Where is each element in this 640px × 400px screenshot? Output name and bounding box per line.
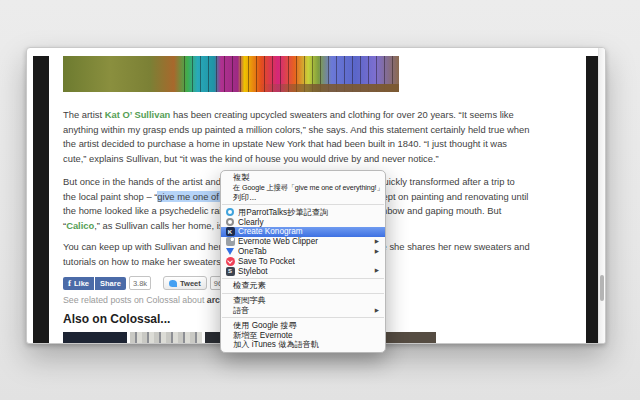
- submenu-arrow-icon: ▶: [375, 249, 379, 255]
- p3-l2-pre: tutorials on how to make her sweaters. (…: [63, 256, 244, 267]
- twitter-bird-icon: [169, 280, 177, 287]
- menu-item-add-to-evernote[interactable]: 新增至 Evernote: [221, 330, 385, 340]
- menu-item-search-with-google[interactable]: 使用 Google 搜尋: [221, 320, 385, 330]
- menu-separator: [222, 317, 384, 318]
- tweet-label: Tweet: [180, 279, 201, 288]
- evernote-icon: [225, 237, 235, 246]
- p1-line4: cute,” explains Sullivan, but “it was th…: [63, 152, 555, 167]
- menu-separator: [222, 278, 384, 279]
- menu-item-clearly[interactable]: Clearly: [221, 217, 385, 227]
- like-label: Like: [74, 279, 89, 288]
- facebook-like-button[interactable]: fLike: [63, 277, 94, 290]
- menu-item-evernote-web-clipper[interactable]: Evernote Web Clipper▶: [221, 237, 385, 247]
- p2-l2-pre: the local paint shop – “: [63, 191, 157, 202]
- submenu-arrow-icon: ▶: [375, 308, 379, 314]
- p1-l1-pre: The artist: [63, 109, 105, 120]
- article-hero-image: [63, 56, 399, 92]
- submenu-arrow-icon: ▶: [375, 268, 379, 274]
- p1-line2: anything within my grasp ends up painted…: [63, 123, 555, 138]
- artist-link[interactable]: Kat O’ Sullivan: [105, 109, 171, 120]
- calico-link[interactable]: Calico: [66, 220, 94, 231]
- hero-soil-detail: [258, 84, 399, 92]
- related-thumbnail[interactable]: [63, 332, 127, 344]
- parrottalks-icon: [225, 208, 235, 217]
- p1-l1-post: has been creating upcycled sweaters and …: [170, 109, 513, 120]
- menu-item-parrottalks[interactable]: 用ParrotTalks抄筆記查詢: [221, 207, 385, 217]
- menu-item-inspect-element[interactable]: 檢查元素: [221, 281, 385, 291]
- related-thumbnail[interactable]: [130, 332, 202, 344]
- p1-line3: the artist decided to purchase a home in…: [63, 137, 555, 152]
- menu-item-create-konogram[interactable]: KCreate Konogram: [221, 227, 385, 237]
- tweet-button[interactable]: Tweet: [163, 276, 207, 290]
- menu-item-print[interactable]: 列印...: [221, 193, 385, 203]
- p1-line1: The artist Kat O’ Sullivan has been crea…: [63, 108, 555, 123]
- like-count: 3.8k: [129, 276, 151, 290]
- menu-separator: [222, 204, 384, 205]
- submenu-arrow-icon: ▶: [375, 239, 379, 245]
- onetab-icon: [225, 247, 235, 256]
- scrollbar-thumb[interactable]: [600, 275, 604, 301]
- facebook-share-button[interactable]: Share: [95, 277, 126, 290]
- menu-item-stylebot[interactable]: SStylebot▶: [221, 266, 385, 276]
- menu-item-onetab[interactable]: OneTab▶: [221, 247, 385, 257]
- menu-item-look-up-dictionary[interactable]: 查閱字典: [221, 296, 385, 306]
- menu-separator: [222, 293, 384, 294]
- menu-item-add-to-itunes-as-spoken-track[interactable]: 加入 iTunes 做為語音軌: [221, 340, 385, 350]
- menu-item-speech[interactable]: 語音▶: [221, 306, 385, 316]
- paragraph-1: The artist Kat O’ Sullivan has been crea…: [63, 108, 555, 166]
- related-pre: See related posts on Colossal about: [63, 295, 207, 305]
- screenshot-stage: The artist Kat O’ Sullivan has been crea…: [0, 0, 640, 400]
- menu-item-save-to-pocket[interactable]: Save To Pocket: [221, 256, 385, 266]
- context-menu: 複製 在 Google 上搜尋「give me one of everythin…: [220, 170, 386, 353]
- also-on-colossal-heading: Also on Colossal...: [63, 312, 170, 326]
- facebook-icon: f: [68, 280, 71, 287]
- scrollbar-track[interactable]: [598, 48, 605, 343]
- menu-item-search-google-for-selection[interactable]: 在 Google 上搜尋「give me one of everything!」: [221, 183, 385, 193]
- menu-item-copy[interactable]: 複製: [221, 173, 385, 183]
- konogram-icon: K: [225, 227, 235, 236]
- pocket-icon: [225, 257, 235, 266]
- clearly-icon: [225, 218, 235, 227]
- page-left-gutter: [33, 56, 49, 343]
- stylebot-icon: S: [225, 267, 235, 276]
